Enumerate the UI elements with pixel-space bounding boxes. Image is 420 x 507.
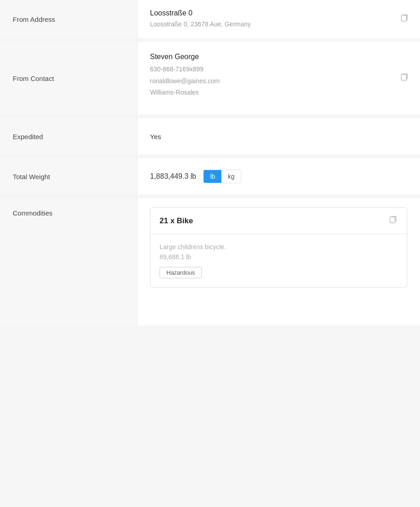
expedited-value: Yes — [150, 133, 161, 141]
from-contact-section: From Contact Steven George 630-868-7169x… — [0, 42, 420, 115]
commodities-section: Commodities 21 x Bike Large childrens bi… — [0, 198, 420, 326]
expedited-value-cell: Yes — [137, 118, 420, 155]
expedited-label-cell: Expedited — [0, 118, 137, 155]
from-address-primary: Loosstraße 0 — [150, 9, 251, 17]
commodity-card: 21 x Bike Large childrens bicycle. 89,68… — [150, 207, 407, 288]
from-address-label: From Address — [13, 15, 55, 23]
from-contact-company: Williams-Rosales — [150, 87, 220, 98]
expedited-label: Expedited — [13, 133, 43, 141]
commodity-title: 21 x Bike — [160, 216, 193, 226]
from-contact-name: Steven George — [150, 53, 220, 61]
total-weight-value-cell: 1,883,449.3 lb lb kg — [137, 158, 420, 195]
from-address-content: Loosstraße 0 Loosstraße 0, 23678 Aue, Ge… — [150, 9, 251, 29]
commodities-label-cell: Commodities — [0, 198, 137, 326]
commodity-header: 21 x Bike — [150, 208, 407, 234]
commodity-body: Large childrens bicycle. 89,688.1 lb Haz… — [150, 234, 407, 287]
from-address-row: From Address Loosstraße 0 Loosstraße 0, … — [0, 0, 420, 38]
unit-toggle: lb kg — [203, 170, 241, 183]
from-contact-label-cell: From Contact — [0, 42, 137, 115]
from-address-label-cell: From Address — [0, 0, 137, 38]
from-address-secondary: Loosstraße 0, 23678 Aue, Germany — [150, 19, 251, 29]
from-address-value-cell: Loosstraße 0 Loosstraße 0, 23678 Aue, Ge… — [137, 0, 420, 38]
hazardous-badge: Hazardous — [160, 267, 202, 278]
from-contact-content: Steven George 630-868-7169x899 ronaldlow… — [150, 53, 220, 98]
from-address-link-icon[interactable] — [400, 14, 409, 25]
commodities-row: Commodities 21 x Bike Large childrens bi… — [0, 198, 420, 326]
from-contact-email: ronaldlowe@gaines.com — [150, 75, 220, 87]
commodity-link-icon[interactable] — [389, 215, 398, 226]
unit-kg-button[interactable]: kg — [221, 170, 241, 183]
from-address-section: From Address Loosstraße 0 Loosstraße 0, … — [0, 0, 420, 38]
from-contact-link-icon[interactable] — [400, 73, 409, 84]
commodity-weight: 89,688.1 lb — [160, 253, 398, 261]
svg-rect-0 — [401, 15, 406, 21]
weight-value: 1,883,449.3 lb — [150, 172, 196, 181]
weight-section: 1,883,449.3 lb lb kg — [150, 170, 241, 183]
total-weight-label-cell: Total Weight — [0, 158, 137, 195]
expedited-row: Expedited Yes — [0, 118, 420, 155]
commodities-value-cell: 21 x Bike Large childrens bicycle. 89,68… — [137, 198, 420, 297]
from-contact-phone: 630-868-7169x899 — [150, 64, 220, 75]
expedited-section: Expedited Yes — [0, 118, 420, 155]
from-contact-label: From Contact — [13, 75, 54, 82]
from-contact-row: From Contact Steven George 630-868-7169x… — [0, 42, 420, 115]
from-contact-value-cell: Steven George 630-868-7169x899 ronaldlow… — [137, 42, 420, 115]
commodity-description: Large childrens bicycle. — [160, 243, 398, 251]
commodities-label: Commodities — [13, 209, 53, 217]
total-weight-label: Total Weight — [13, 173, 50, 181]
unit-lb-button[interactable]: lb — [204, 170, 221, 183]
svg-rect-1 — [401, 75, 406, 80]
total-weight-section: Total Weight 1,883,449.3 lb lb kg — [0, 158, 420, 195]
svg-rect-2 — [390, 217, 395, 223]
total-weight-row: Total Weight 1,883,449.3 lb lb kg — [0, 158, 420, 195]
